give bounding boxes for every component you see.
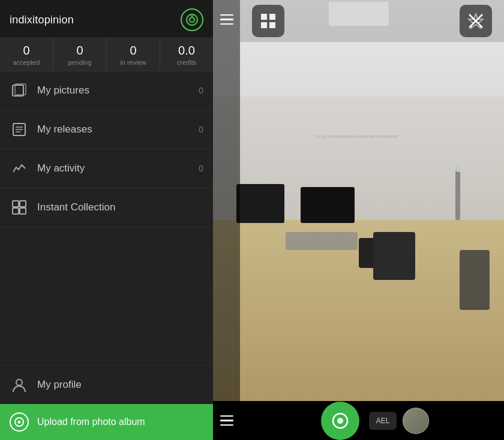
camera-button[interactable] bbox=[181, 8, 203, 31]
hamburger-line-1 bbox=[220, 14, 233, 16]
svg-rect-10 bbox=[20, 201, 26, 207]
svg-point-2 bbox=[191, 15, 193, 17]
camera-toolbar-top bbox=[240, 0, 504, 42]
svg-rect-19 bbox=[269, 22, 275, 28]
shutter-icon bbox=[331, 411, 350, 430]
menu-count-pictures: 0 bbox=[199, 86, 203, 95]
menu-item-releases[interactable]: My releases 0 bbox=[0, 110, 213, 149]
stat-pending-label: pending bbox=[68, 59, 91, 66]
stat-review-label: in review bbox=[120, 59, 146, 66]
menu-item-pictures[interactable]: My pictures 0 bbox=[0, 71, 213, 110]
stat-pending: 0 pending bbox=[53, 37, 107, 71]
svg-rect-17 bbox=[269, 14, 275, 20]
monitor-left bbox=[236, 184, 284, 223]
menu-label-pictures: My pictures bbox=[37, 85, 199, 97]
menu-count-releases: 0 bbox=[199, 125, 203, 134]
hamburger-lines-bottom bbox=[220, 415, 233, 426]
stat-pending-value: 0 bbox=[76, 43, 83, 58]
upload-label: Upload from photo album bbox=[37, 417, 145, 427]
svg-rect-9 bbox=[13, 201, 19, 207]
flash-icon bbox=[467, 12, 485, 30]
stat-credits-label: credits bbox=[177, 59, 196, 66]
hamburger-menu-top[interactable] bbox=[213, 0, 240, 39]
ael-label: AEL bbox=[376, 417, 390, 425]
svg-point-24 bbox=[337, 418, 343, 424]
chair-right bbox=[460, 250, 490, 310]
stat-credits-value: 0.0 bbox=[178, 43, 195, 58]
grid-button[interactable] bbox=[252, 5, 284, 37]
camera-toolbar-bottom: AEL bbox=[240, 401, 504, 440]
menu-label-activity: My activity bbox=[37, 162, 199, 174]
menu-count-activity: 0 bbox=[199, 164, 203, 173]
svg-point-1 bbox=[190, 17, 194, 22]
svg-point-0 bbox=[187, 14, 197, 25]
hamburger-line-5 bbox=[220, 420, 233, 421]
activity-icon bbox=[10, 159, 29, 178]
lamp-head bbox=[451, 160, 469, 172]
hamburger-line-4 bbox=[220, 415, 233, 417]
app-title: indixitopinion bbox=[10, 14, 74, 26]
stat-accepted: 0 accepted bbox=[0, 37, 53, 71]
upload-icon bbox=[10, 412, 29, 432]
thumbnail-preview bbox=[403, 408, 428, 433]
releases-icon bbox=[10, 120, 29, 139]
profile-section[interactable]: My profile bbox=[0, 365, 213, 404]
stat-accepted-label: accepted bbox=[13, 59, 40, 66]
stats-bar: 0 accepted 0 pending 0 in review 0.0 cre… bbox=[0, 37, 213, 71]
hamburger-menu-bottom[interactable] bbox=[213, 401, 240, 440]
flash-button[interactable] bbox=[460, 5, 492, 37]
stat-in-review: 0 in review bbox=[107, 37, 160, 71]
svg-rect-11 bbox=[13, 208, 19, 214]
grid-icon bbox=[259, 12, 277, 30]
upload-bar[interactable]: Upload from photo album bbox=[0, 404, 213, 440]
hamburger-line-2 bbox=[220, 19, 233, 20]
menu-list: My pictures 0 My releases 0 bbox=[0, 71, 213, 365]
svg-point-13 bbox=[16, 379, 22, 385]
shutter-button[interactable] bbox=[321, 402, 359, 440]
hamburger-strip bbox=[213, 0, 240, 440]
svg-rect-18 bbox=[261, 22, 267, 28]
profile-label: My profile bbox=[37, 379, 82, 391]
left-panel: indixitopinion 0 accepted 0 pending 0 in… bbox=[0, 0, 213, 440]
hamburger-line-3 bbox=[220, 23, 233, 25]
app-header: indixitopinion bbox=[0, 0, 213, 37]
thumbnail-button[interactable] bbox=[403, 408, 429, 434]
svg-point-15 bbox=[18, 421, 21, 424]
chair bbox=[373, 232, 415, 280]
stat-review-value: 0 bbox=[130, 43, 136, 58]
pictures-icon bbox=[10, 81, 29, 100]
lamp-post bbox=[455, 166, 460, 220]
menu-label-releases: My releases bbox=[37, 123, 199, 135]
hamburger-lines-top bbox=[220, 14, 233, 25]
monitor-center bbox=[301, 187, 355, 223]
office-scene: Ce qui est essentiel à la libertas est l… bbox=[213, 0, 504, 440]
profile-icon bbox=[10, 375, 29, 394]
desk-surface bbox=[213, 220, 504, 401]
svg-rect-16 bbox=[261, 14, 267, 20]
camera-icon bbox=[185, 13, 199, 26]
ael-button[interactable]: AEL bbox=[369, 412, 397, 430]
keyboard bbox=[286, 232, 358, 250]
stat-accepted-value: 0 bbox=[23, 43, 29, 58]
menu-item-activity[interactable]: My activity 0 bbox=[0, 149, 213, 188]
stat-credits: 0.0 credits bbox=[160, 37, 213, 71]
right-panel: Ce qui est essentiel à la libertas est l… bbox=[213, 0, 504, 440]
collection-icon bbox=[10, 198, 29, 217]
menu-item-collection[interactable]: Instant Collection bbox=[0, 188, 213, 227]
menu-label-collection: Instant Collection bbox=[37, 201, 203, 213]
hamburger-line-6 bbox=[220, 424, 233, 426]
svg-rect-12 bbox=[20, 208, 26, 214]
